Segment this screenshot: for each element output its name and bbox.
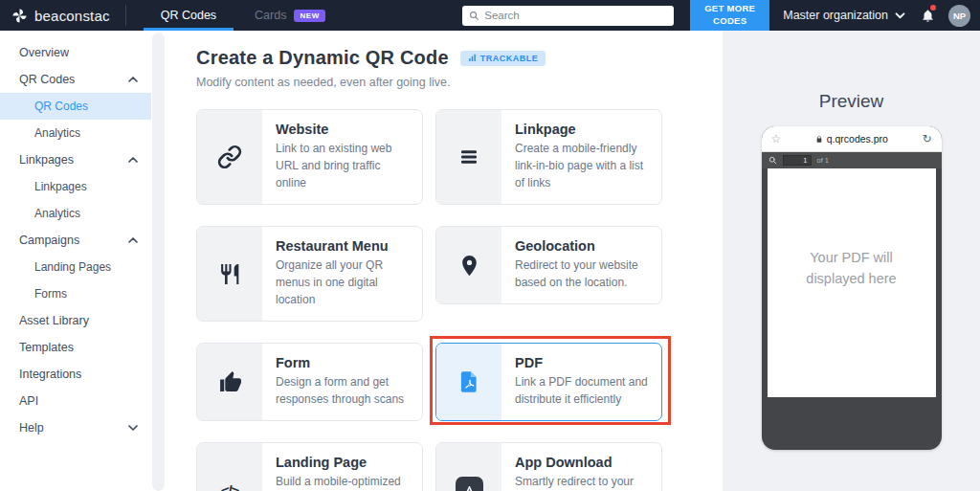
search-input[interactable] — [484, 10, 667, 21]
card-body: Landing Page Build a mobile-optimized we… — [262, 443, 422, 491]
sidebar-item-forms-sub[interactable]: Forms — [0, 280, 151, 307]
sidebar-item-label: Campaigns — [19, 234, 79, 247]
chevron-down-icon — [895, 12, 905, 19]
sidebar-item-label: Help — [19, 421, 44, 435]
card-description: Build a mobile-optimized webpage to inte… — [276, 473, 411, 491]
title-row: Create a Dynamic QR Code TRACKABLE — [196, 47, 723, 69]
sidebar-item-api[interactable]: API — [0, 388, 151, 414]
preview-panel: Preview ☆ q.qrcodes.pro ↻ — [723, 31, 980, 491]
sidebar-item-linkpages-sub[interactable]: Linkpages — [0, 173, 151, 200]
sidebar-item-label: QR Codes — [19, 73, 75, 86]
refresh-icon[interactable]: ↻ — [922, 132, 931, 145]
thumbs-up-icon — [218, 370, 242, 394]
pdf-icon — [457, 369, 481, 394]
card-icon-zone: </> — [197, 443, 262, 491]
qr-type-card-pdf[interactable]: PDF Link a PDF document and distribute i… — [435, 343, 662, 421]
notifications-bell[interactable] — [921, 0, 935, 31]
sidebar-item-label: Asset Library — [19, 314, 89, 327]
card-icon-zone — [197, 344, 262, 420]
sidebar-item-label: Templates — [19, 341, 74, 354]
card-icon-zone — [436, 344, 501, 420]
page-number-input[interactable]: 1 — [783, 155, 812, 166]
avatar[interactable]: NP — [948, 5, 970, 27]
lock-icon — [815, 135, 823, 144]
get-more-line1: GET MORE — [690, 3, 769, 15]
topbar: beaconstac QR Codes Cards NEW GET MORE C… — [0, 0, 980, 31]
qr-type-card-geolocation[interactable]: Geolocation Redirect to your website bas… — [435, 226, 662, 304]
content-area: Overview QR Codes QR Codes Analytics Lin… — [0, 31, 980, 491]
location-pin-icon — [457, 254, 481, 278]
qr-type-card-form[interactable]: Form Design a form and get responses thr… — [196, 343, 423, 421]
sidebar-scrollbar[interactable] — [152, 33, 165, 491]
qr-type-card-restaurant-menu[interactable]: Restaurant Menu Organize all your QR men… — [196, 226, 423, 322]
phone-mockup: ☆ q.qrcodes.pro ↻ 1 — [762, 126, 942, 450]
link-icon — [217, 145, 242, 169]
placeholder-line2: displayed here — [806, 268, 896, 289]
org-switcher[interactable]: Master organization — [783, 0, 905, 31]
brand-logo[interactable]: beaconstac — [0, 0, 125, 31]
card-description: Link to an existing web URL and bring tr… — [276, 140, 411, 191]
card-body: Website Link to an existing web URL and … — [262, 110, 422, 204]
sidebar-item-label: Forms — [34, 287, 67, 301]
sidebar-item-label: Linkpages — [19, 153, 74, 167]
card-description: Redirect to your website based on the lo… — [515, 257, 650, 291]
phone-url-bar: q.qrcodes.pro — [781, 133, 922, 145]
brand-name: beaconstac — [34, 8, 110, 24]
card-title: Linkpage — [515, 122, 650, 137]
sidebar-item-analytics-sub[interactable]: Analytics — [0, 200, 151, 227]
chevron-up-icon — [128, 77, 138, 82]
card-body: Linkpage Create a mobile-friendly link-i… — [501, 110, 661, 204]
sidebar-nav: Overview QR Codes QR Codes Analytics Lin… — [0, 39, 151, 441]
sidebar-item-help[interactable]: Help — [0, 414, 151, 441]
sidebar-item-asset-library[interactable]: Asset Library — [0, 307, 151, 334]
card-body: Restaurant Menu Organize all your QR men… — [262, 227, 422, 321]
card-description: Link a PDF document and distribute it ef… — [515, 373, 650, 408]
topbar-divider — [125, 5, 126, 26]
trackable-label: TRACKABLE — [480, 54, 539, 63]
tab-label: Cards — [255, 9, 286, 22]
qr-type-card-landing-page[interactable]: </> Landing Page Build a mobile-optimize… — [196, 442, 423, 491]
sidebar: Overview QR Codes QR Codes Analytics Lin… — [0, 31, 151, 491]
bookmark-star-icon[interactable]: ☆ — [771, 132, 782, 145]
card-body: PDF Link a PDF document and distribute i… — [501, 344, 661, 420]
qr-type-card-app-download[interactable]: App Download Smartly redirect to your ap… — [435, 442, 662, 491]
sidebar-item-qr-codes-sub[interactable]: QR Codes — [0, 93, 151, 120]
beaconstac-logo-icon — [11, 8, 28, 24]
sidebar-item-label: API — [19, 394, 38, 408]
sidebar-item-overview[interactable]: Overview — [0, 39, 151, 66]
sidebar-item-linkpages[interactable]: Linkpages — [0, 146, 151, 173]
sidebar-item-campaigns[interactable]: Campaigns — [0, 227, 151, 254]
list-icon — [457, 145, 480, 168]
card-title: PDF — [515, 355, 650, 370]
sidebar-item-analytics-sub[interactable]: Analytics — [0, 120, 151, 146]
get-more-codes-button[interactable]: GET MORE CODES — [690, 0, 769, 31]
restaurant-icon — [218, 262, 242, 286]
card-body: Form Design a form and get responses thr… — [262, 344, 422, 420]
card-title: Website — [276, 122, 411, 137]
card-description: Design a form and get responses through … — [276, 373, 411, 408]
sidebar-item-landing-pages-sub[interactable]: Landing Pages — [0, 254, 151, 280]
sidebar-item-integrations[interactable]: Integrations — [0, 361, 151, 388]
zoom-search-icon[interactable] — [768, 156, 777, 165]
pdf-placeholder-text: Your PDF will displayed here — [806, 247, 896, 397]
qr-type-card-website[interactable]: Website Link to an existing web URL and … — [196, 109, 423, 205]
card-title: Form — [276, 355, 411, 370]
search-box[interactable] — [462, 6, 674, 26]
code-icon: </> — [221, 482, 239, 491]
card-title: Landing Page — [276, 455, 411, 470]
card-description: Smartly redirect to your app in Android … — [515, 473, 650, 491]
sidebar-item-qr-codes[interactable]: QR Codes — [0, 66, 151, 93]
sidebar-item-templates[interactable]: Templates — [0, 334, 151, 361]
card-description: Create a mobile-friendly link-in-bio pag… — [515, 140, 650, 191]
get-more-line2: CODES — [690, 15, 769, 28]
main-panel: Create a Dynamic QR Code TRACKABLE Modif… — [166, 31, 723, 491]
tab-label: QR Codes — [161, 9, 216, 22]
tab-qr-codes[interactable]: QR Codes — [142, 0, 235, 31]
org-label: Master organization — [783, 9, 888, 22]
sidebar-item-label: Integrations — [19, 368, 81, 381]
placeholder-line1: Your PDF will — [806, 247, 896, 268]
new-badge: NEW — [294, 10, 324, 22]
qr-type-card-linkpage[interactable]: Linkpage Create a mobile-friendly link-i… — [435, 109, 662, 205]
sidebar-item-label: QR Codes — [34, 100, 88, 113]
tab-cards[interactable]: Cards NEW — [235, 0, 345, 31]
